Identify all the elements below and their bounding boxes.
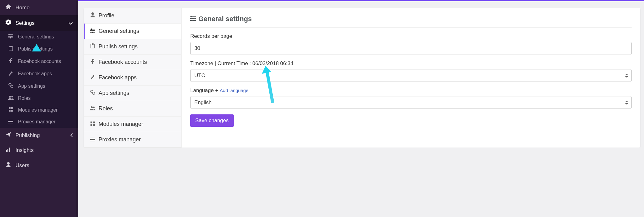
nav-home[interactable]: Home [0,0,78,15]
svg-point-11 [11,96,13,98]
chevron-down-icon [69,20,73,26]
svg-rect-42 [90,141,95,141]
sub-item-roles[interactable]: Roles [84,101,181,117]
svg-rect-29 [92,32,93,33]
svg-rect-44 [190,18,196,19]
svg-rect-3 [9,34,10,35]
sub-item-proxies-manager[interactable]: Proxies manager [84,132,181,148]
svg-point-33 [92,92,95,95]
svg-rect-37 [93,122,95,123]
svg-point-34 [91,106,93,108]
sub-item-facebook-apps[interactable]: Facebook apps [84,70,181,86]
users-icon [8,95,14,101]
svg-rect-38 [90,124,92,126]
chart-icon [6,147,11,153]
send-icon [6,132,11,139]
facebook-icon [90,59,95,65]
main-sidebar: Home Settings General settings Publish s… [0,0,78,217]
nav-home-label: Home [15,5,29,11]
svg-rect-43 [190,16,196,17]
svg-rect-16 [8,120,13,120]
paste-icon [90,43,95,50]
timezone-group: Timezone | Current Time : 06/03/2018 06:… [190,60,632,82]
subnav-proxies-manager[interactable]: Proxies manager [0,116,78,128]
sub-item-app-settings[interactable]: App settings [84,86,181,101]
save-button[interactable]: Save changes [190,114,234,127]
svg-rect-7 [10,46,12,47]
users-icon [90,105,95,112]
svg-rect-6 [9,46,13,51]
add-language-link[interactable]: Add language [220,88,249,93]
svg-rect-27 [91,29,92,30]
svg-point-9 [11,85,13,88]
timezone-select[interactable]: UTC [190,69,632,82]
subnav-facebook-apps[interactable]: Facebook apps [0,68,78,80]
nav-settings-label: Settings [15,20,34,26]
nav-insights[interactable]: Insights [0,143,78,158]
plug-icon [8,71,14,77]
language-label: Language + Add language [190,87,632,94]
svg-point-10 [9,96,11,98]
chevron-left-icon [70,132,73,139]
sub-item-facebook-accounts[interactable]: Facebook accounts [84,55,181,70]
sub-item-label: Facebook apps [99,74,137,81]
nav-publishing-label: Publishing [15,132,40,139]
nav-users-label: Users [15,162,29,169]
settings-card: Profile General settings Publish setting… [84,8,640,148]
nav-insights-label: Insights [15,147,34,153]
main-content: Profile General settings Publish setting… [78,1,644,217]
grid-icon [8,107,14,113]
svg-rect-4 [11,36,12,37]
sliders-icon [8,34,14,40]
svg-rect-0 [8,34,13,35]
svg-rect-13 [11,107,13,109]
records-input[interactable] [190,42,632,55]
language-select[interactable]: English [190,96,632,109]
nav-publishing[interactable]: Publishing [0,128,78,143]
sub-item-label: Roles [99,105,113,112]
nav-settings-submenu: General settings Publish settings Facebo… [0,31,78,128]
sliders-icon [190,15,196,23]
nav-settings[interactable]: Settings [0,15,78,31]
gear-icon [6,20,11,27]
plus-icon: + [215,87,220,93]
records-group: Records per page [190,33,632,55]
svg-rect-25 [90,30,95,31]
records-label: Records per page [190,33,632,39]
svg-rect-15 [11,110,13,112]
svg-rect-28 [93,30,94,31]
subnav-label: Facebook apps [18,71,52,77]
subnav-label: Facebook accounts [18,59,61,64]
subnav-publish-settings[interactable]: Publish settings [0,43,78,55]
sub-item-label: App settings [99,90,129,96]
svg-rect-48 [192,20,193,21]
svg-rect-17 [8,121,13,122]
list-icon [90,136,95,143]
nav-users[interactable]: Users [0,158,78,173]
sub-item-label: Profile [99,12,114,19]
svg-rect-30 [91,44,95,48]
subnav-facebook-accounts[interactable]: Facebook accounts [0,55,78,68]
subnav-roles[interactable]: Roles [0,92,78,104]
svg-rect-5 [10,37,11,38]
svg-rect-1 [8,36,13,37]
sub-item-general-settings[interactable]: General settings [84,24,181,39]
subnav-label: Modules manager [18,107,58,113]
svg-rect-21 [9,148,10,152]
subnav-app-settings[interactable]: App settings [0,80,78,92]
content-panel: General settings Records per page Timezo… [182,8,640,148]
gears-icon [8,83,14,89]
sub-item-modules-manager[interactable]: Modules manager [84,117,181,132]
subnav-label: Publish settings [18,46,53,52]
svg-rect-36 [90,122,92,123]
sidebar-scrollbar[interactable] [76,1,78,217]
subnav-general-settings[interactable]: General settings [0,31,78,43]
subnav-label: Roles [18,95,31,101]
sub-item-publish-settings[interactable]: Publish settings [84,39,181,55]
subnav-modules-manager[interactable]: Modules manager [0,104,78,116]
user-icon [90,12,95,19]
sub-item-label: Modules manager [99,121,143,127]
page-title-text: General settings [198,15,252,23]
sub-item-profile[interactable]: Profile [84,8,181,24]
svg-rect-47 [194,18,195,19]
